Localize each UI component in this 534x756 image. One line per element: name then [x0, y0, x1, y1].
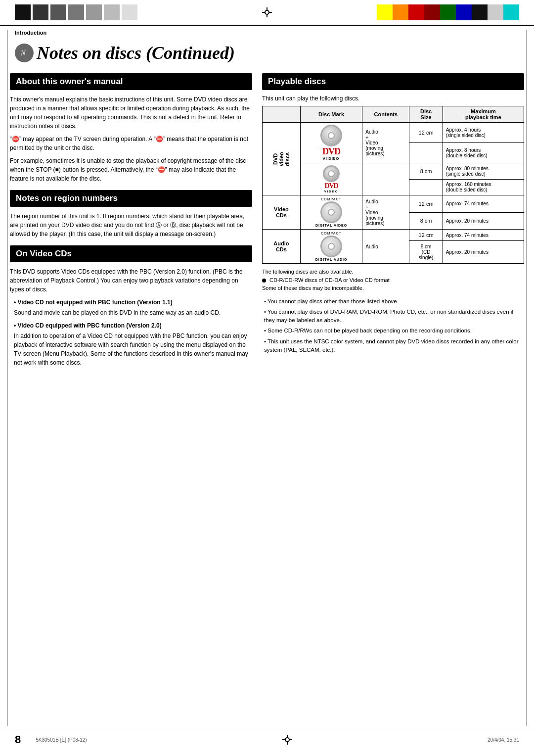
digital-audio-label: DIGITAL AUDIO [315, 258, 348, 261]
video-text: VIDEO [323, 156, 340, 161]
page-title-section: N Notes on discs (Continued) [0, 38, 534, 73]
notes-below-table: The following discs are also available. … [262, 268, 524, 292]
compact-label-audio: COMPACT [321, 232, 341, 235]
vcd-time-20m: Approx. 20 minutes [443, 212, 524, 230]
digital-video-label: DIGITAL VIDEO [315, 224, 347, 227]
disc-table: Disc Mark Contents DiscSize Maximumplayb… [262, 106, 524, 264]
footer-center [281, 734, 293, 746]
following-discs-note: The following discs are also available. [262, 268, 524, 276]
dvd-time-160m: Approx. 160 minutes(double sided disc) [443, 179, 524, 195]
dvd-small-icon-cell: DVD VIDEO [300, 163, 362, 195]
col-contents: Contents [362, 106, 409, 123]
about-manual-header: About this owner's manual [10, 73, 252, 90]
about-manual-para-3: For example, sometimes it is unable to s… [10, 156, 252, 183]
col-disc-size: DiscSize [409, 106, 443, 123]
vcd-size-8: 8 cm [409, 212, 443, 230]
pbc-bullet-2: • Video CD equipped with PBC function (V… [10, 321, 252, 367]
audio-cd-icon-cell: COMPACT DIGITAL AUDIO [300, 230, 362, 264]
footer-code: 5K30501B [E] (P08-12) [36, 737, 87, 743]
footer-date: 20/4/04, 15:31 [488, 737, 519, 743]
dvd-size-8b [409, 179, 443, 195]
dvd-size-8: 8 cm [409, 163, 443, 180]
pbc-bullet-1-body: Sound and movie can be played on this DV… [14, 308, 252, 317]
dvd-small-disc-graphic [323, 165, 340, 182]
header-bar [0, 0, 534, 26]
acd-time-74m: Approx. 74 minutes [443, 230, 524, 241]
note-3: • Some CD-R/RWs can not be played back d… [262, 327, 524, 335]
dvd-large-icon-cell: DVD VIDEO [300, 123, 362, 163]
playable-discs-header: Playable discs [262, 73, 524, 90]
page-title: Notes on discs (Continued) [30, 43, 235, 63]
page-border-left [7, 30, 7, 726]
note-2: • You cannot play discs of DVD-RAM, DVD-… [262, 308, 524, 325]
section-label: Introduction [0, 26, 534, 38]
region-numbers-header: Notes on region numbers [10, 190, 252, 207]
col-max-time: Maximumplayback time [443, 106, 524, 123]
dvd-time-80m: Approx. 80 minutes(single sided disc) [443, 163, 524, 180]
footer: 8 5K30501B [E] (P08-12) 20/4/04, 15:31 [0, 730, 534, 746]
dvd-small-text: DVD [324, 182, 338, 189]
vcd-contents: Audio+Video(movingpictures) [362, 195, 409, 230]
dvd-logo: DVD [322, 147, 340, 156]
incompatible-note: Some of these discs may be incompatible. [262, 284, 524, 292]
acd-size-8: 8 cm(CDsingle) [409, 241, 443, 264]
about-manual-para-2: “⛔” may appear on the TV screen during o… [10, 135, 252, 152]
about-manual-para-1: This owner's manual explains the basic i… [10, 95, 252, 131]
vcd-time-74m: Approx. 74 minutes [443, 195, 524, 213]
color-block-black [472, 4, 488, 20]
left-column: About this owner's manual This owner's m… [10, 73, 252, 374]
color-block-darkred [424, 4, 440, 20]
acd-size-12: 12 cm [409, 230, 443, 241]
dvd-small-contents [362, 163, 409, 195]
pbc-bullet-1-title: • Video CD not equipped with PBC functio… [14, 299, 173, 306]
additional-notes: • You cannot play discs other than those… [262, 297, 524, 355]
note-1: • You cannot play discs other than those… [262, 297, 524, 306]
about-manual-body: This owner's manual explains the basic i… [10, 95, 252, 183]
color-block-6 [104, 4, 120, 20]
audio-cd-icon: COMPACT DIGITAL AUDIO [304, 232, 359, 261]
color-block-blue [456, 4, 472, 20]
note-4: • This unit uses the NTSC color system, … [262, 337, 524, 355]
pbc-bullet-1: • Video CD not equipped with PBC functio… [10, 298, 252, 317]
table-row: VideoCDs COMPACT DIGITAL VIDEO Audio+Vid… [263, 195, 524, 213]
dvd-size-12b [409, 143, 443, 163]
table-row: DVD VIDEO 8 cm Approx. 80 minutes(single… [263, 163, 524, 180]
vcd-size-12: 12 cm [409, 195, 443, 213]
dvd-small-logo: DVD [324, 183, 338, 189]
dvd-large-icon: DVD VIDEO [304, 125, 359, 161]
pbc-bullet-2-title: • Video CD equipped with PBC function (V… [14, 322, 162, 329]
dvd-video-label: DVDvideodiscs [263, 123, 301, 195]
color-block-3 [50, 4, 66, 20]
audio-cd-disc-graphic [320, 236, 342, 257]
video-cds-label: VideoCDs [263, 195, 301, 230]
on-video-cds-body: This DVD supports Video CDs equipped wit… [10, 267, 252, 367]
color-block-orange [393, 4, 408, 20]
color-block-1 [15, 4, 31, 20]
pbc-bullet-2-body: In addition to operation of a Video CD n… [14, 331, 252, 367]
on-video-cds-header: On Video CDs [10, 245, 252, 262]
acd-time-20m: Approx. 20 minutes [443, 241, 524, 264]
cd-rw-note: CD-R/CD-RW discs of CD-DA or Video CD fo… [262, 276, 524, 284]
dvd-time-4h: Approx. 4 hours(single sided disc) [443, 123, 524, 143]
playable-discs-intro: This unit can play the following discs. [262, 95, 524, 102]
main-content: About this owner's manual This owner's m… [0, 73, 534, 374]
dvd-disc-graphic [320, 125, 342, 146]
video-cd-icon: COMPACT DIGITAL VIDEO [304, 197, 359, 227]
page-number: 8 [15, 733, 21, 746]
color-block-cyan [503, 4, 519, 20]
svg-text:N: N [20, 49, 26, 57]
color-block-2 [33, 4, 48, 20]
dvd-text: DVD [322, 146, 340, 156]
dvd-time-8h: Approx. 8 hours(double sided disc) [443, 143, 524, 163]
cd-disc-graphic [320, 201, 342, 223]
video-cd-icon-cell: COMPACT DIGITAL VIDEO [300, 195, 362, 230]
right-column: Playable discs This unit can play the fo… [262, 73, 524, 374]
footer-left: 8 5K30501B [E] (P08-12) [15, 733, 87, 746]
audio-cds-label: AudioCDs [263, 230, 301, 264]
color-block-grey [488, 4, 503, 20]
acd-contents: Audio [362, 230, 409, 264]
color-block-7 [122, 4, 137, 20]
header-crosshair [261, 6, 273, 18]
color-block-yellow [377, 4, 393, 20]
header-right-color-blocks [377, 4, 519, 20]
